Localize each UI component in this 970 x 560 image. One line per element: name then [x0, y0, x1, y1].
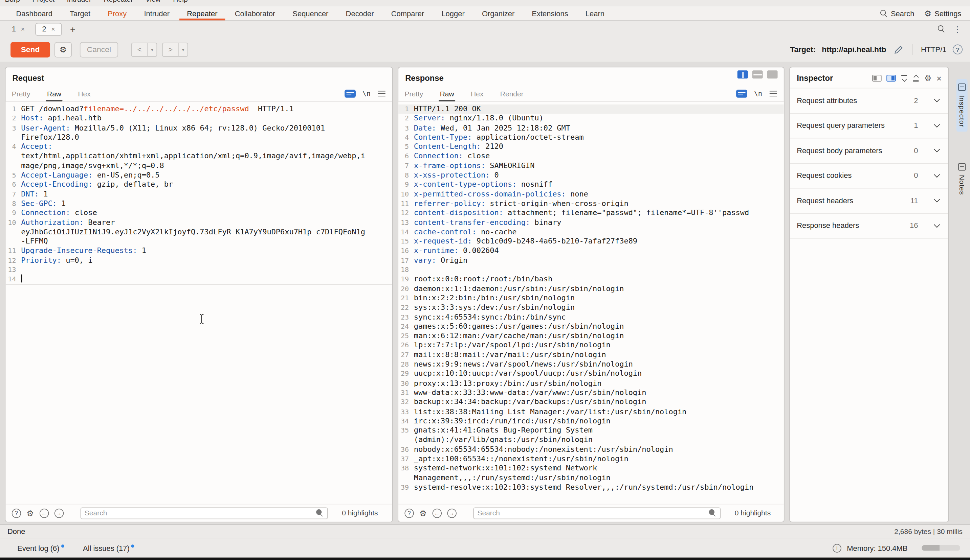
line-content: Content-Length: 2120: [414, 142, 761, 152]
search-box[interactable]: [473, 507, 721, 519]
tab-comparer[interactable]: Comparer: [383, 6, 433, 20]
request-tab-pretty[interactable]: Pretty: [12, 86, 30, 102]
forward-arrow[interactable]: >: [163, 43, 179, 56]
prev-match-icon[interactable]: ←: [432, 508, 442, 517]
rail-tab-notes[interactable]: Notes: [957, 158, 968, 199]
editor-menu-icon[interactable]: [769, 93, 777, 94]
inspector-section-request-attributes[interactable]: Request attributes2: [790, 88, 948, 113]
tab-sequencer[interactable]: Sequencer: [284, 6, 337, 20]
editor-line-14: 14: [5, 275, 392, 285]
gear-icon[interactable]: ⚙: [27, 509, 34, 517]
back-dropdown-icon[interactable]: ▾: [148, 47, 157, 52]
single-layout-icon[interactable]: [767, 70, 778, 78]
help-icon[interactable]: ?: [12, 508, 21, 517]
repeater-tab-1[interactable]: 1×: [5, 23, 32, 35]
inspector-section-request-cookies[interactable]: Request cookies0: [790, 163, 948, 188]
line-content: sys:x:3:3:sys:/dev:/usr/sbin/nologin: [414, 303, 761, 312]
line-number: 8: [398, 171, 414, 180]
search-box[interactable]: [80, 507, 328, 519]
tab-extensions[interactable]: Extensions: [523, 6, 577, 20]
tab-organizer[interactable]: Organizer: [473, 6, 523, 20]
settings-button[interactable]: ⚙ Settings: [924, 9, 962, 18]
send-button[interactable]: Send: [10, 42, 50, 57]
editor-line-5: 5Accept-Language: en-US,en;q=0.5: [5, 171, 392, 180]
search-input[interactable]: [477, 509, 709, 517]
history-back-button[interactable]: < ▾: [131, 42, 157, 57]
tab-intruder[interactable]: Intruder: [135, 6, 178, 20]
collapse-all-icon[interactable]: [901, 75, 908, 82]
tab-search-icon[interactable]: [938, 25, 945, 33]
line-number: 9: [5, 208, 21, 218]
expand-all-icon[interactable]: [913, 75, 919, 82]
prev-match-icon[interactable]: ←: [39, 508, 48, 517]
show-newlines-icon[interactable]: \n: [363, 90, 371, 98]
tab-proxy[interactable]: Proxy: [99, 6, 135, 20]
tab-learn[interactable]: Learn: [577, 6, 613, 20]
response-tab-pretty[interactable]: Pretty: [405, 86, 423, 102]
soft-wrap-icon[interactable]: [345, 90, 356, 98]
info-icon[interactable]: i: [833, 544, 841, 553]
rows-layout-icon[interactable]: [753, 70, 763, 78]
response-editor[interactable]: 1HTTP/1.1 200 OK2Server: nginx/1.18.0 (U…: [398, 102, 784, 504]
editor-line-17: 17vary: Origin: [398, 256, 784, 265]
back-arrow[interactable]: <: [132, 43, 148, 56]
menu-intruder[interactable]: Intruder: [67, 0, 91, 3]
close-icon[interactable]: ×: [937, 74, 942, 83]
next-match-icon[interactable]: →: [447, 508, 456, 517]
forward-dropdown-icon[interactable]: ▾: [179, 47, 187, 52]
editor-line-7: 7DNT: 1: [5, 190, 392, 199]
inspector-section-request-query-parameters[interactable]: Request query parameters1: [790, 113, 948, 138]
all-issues-button[interactable]: All issues (17): [83, 544, 134, 553]
cancel-button[interactable]: Cancel: [80, 42, 118, 57]
search-input[interactable]: [85, 509, 316, 517]
response-tab-raw[interactable]: Raw: [440, 86, 454, 102]
response-tab-render[interactable]: Render: [500, 86, 523, 102]
request-tab-raw[interactable]: Raw: [47, 86, 61, 102]
request-tab-hex[interactable]: Hex: [78, 86, 90, 102]
help-icon[interactable]: ?: [953, 45, 963, 55]
tab-decoder[interactable]: Decoder: [337, 6, 383, 20]
edit-target-icon[interactable]: [894, 45, 903, 54]
history-forward-button[interactable]: > ▾: [162, 42, 188, 57]
columns-layout-icon[interactable]: [738, 70, 748, 78]
more-options-icon[interactable]: ⋮: [953, 24, 962, 33]
show-newlines-icon[interactable]: \n: [754, 90, 762, 98]
http-version-selector[interactable]: HTTP/1: [921, 45, 947, 54]
menu-view[interactable]: View: [146, 0, 161, 3]
editor-menu-icon[interactable]: [378, 93, 385, 94]
response-tab-hex[interactable]: Hex: [471, 86, 483, 102]
dock-right-icon[interactable]: [887, 75, 896, 82]
editor-line-22: 22sys:x:3:3:sys:/dev:/usr/sbin/nologin: [398, 303, 784, 312]
help-icon[interactable]: ?: [405, 508, 413, 517]
next-match-icon[interactable]: →: [54, 508, 63, 517]
dock-left-icon[interactable]: [872, 75, 881, 82]
event-log-button[interactable]: Event log (6): [17, 544, 64, 553]
close-tab-icon[interactable]: ×: [21, 25, 25, 33]
soft-wrap-icon[interactable]: [736, 90, 747, 98]
tab-dashboard[interactable]: Dashboard: [7, 6, 61, 20]
menu-help[interactable]: Help: [173, 0, 187, 3]
menu-repeater[interactable]: Repeater: [104, 0, 133, 3]
event-log-label: Event log (6): [17, 544, 59, 553]
tab-collaborator[interactable]: Collaborator: [226, 6, 284, 20]
new-tab-button[interactable]: +: [65, 24, 81, 33]
inspector-section-request-body-parameters[interactable]: Request body parameters0: [790, 138, 948, 163]
inspector-section-response-headers[interactable]: Response headers16: [790, 214, 948, 239]
request-editor[interactable]: 1GET /download?filename=../../../../../.…: [5, 102, 392, 504]
line-content: Priority: u=0, i: [21, 256, 368, 265]
inspector-section-request-headers[interactable]: Request headers11: [790, 188, 948, 213]
tab-repeater[interactable]: Repeater: [178, 6, 226, 20]
line-number: 24: [398, 322, 414, 332]
gear-icon[interactable]: ⚙: [924, 74, 932, 82]
tab-logger[interactable]: Logger: [433, 6, 473, 20]
menu-project[interactable]: Project: [32, 0, 55, 3]
gear-icon[interactable]: ⚙: [419, 509, 426, 517]
search-button[interactable]: Search: [880, 9, 915, 18]
repeater-tab-2[interactable]: 2×: [35, 23, 62, 35]
menu-burp[interactable]: Burp: [5, 0, 20, 3]
section-label: Request headers: [797, 197, 853, 205]
rail-tab-inspector[interactable]: Inspector: [957, 79, 968, 132]
tab-target[interactable]: Target: [61, 6, 99, 20]
close-tab-icon[interactable]: ×: [51, 25, 55, 33]
send-settings-button[interactable]: ⚙: [55, 42, 72, 57]
